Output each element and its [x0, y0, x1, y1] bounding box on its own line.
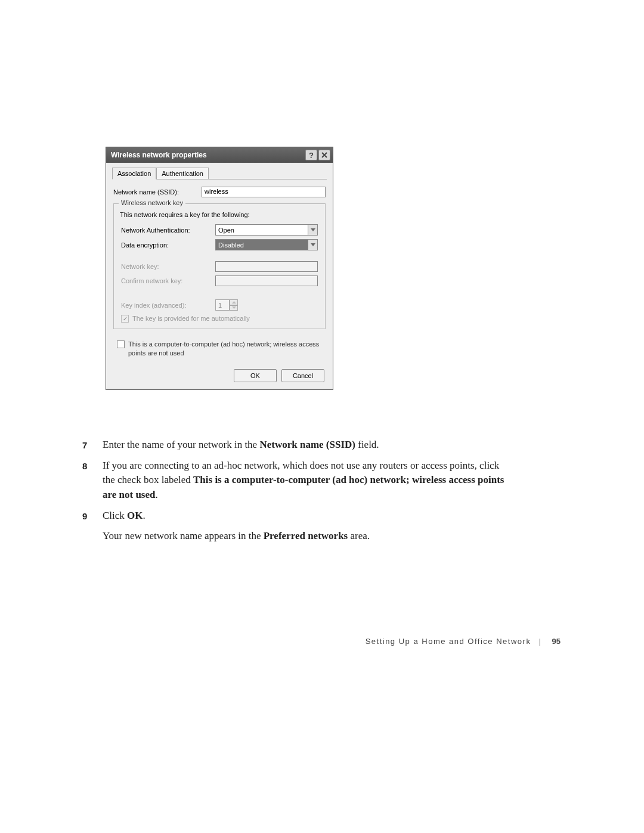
instruction-list: 7 Enter the name of your network in the … [82, 435, 512, 550]
step-text: Enter the name of your network in the Ne… [103, 438, 512, 453]
ssid-input[interactable]: wireless [202, 187, 326, 197]
step-continuation: Your new network name appears in the Pre… [103, 529, 512, 544]
fieldset-legend: Wireless network key [119, 199, 185, 206]
adhoc-checkbox[interactable] [117, 340, 125, 348]
auth-label: Network Authentication: [121, 227, 215, 234]
auto-key-checkbox [121, 315, 129, 323]
ssid-label: Network name (SSID): [113, 188, 202, 196]
encryption-select[interactable]: Disabled [215, 239, 308, 250]
wireless-properties-dialog: Wireless network properties ? Associatio… [106, 147, 333, 390]
tabstrip: Association Authentication [112, 168, 327, 179]
chevron-down-icon[interactable] [308, 239, 318, 250]
key-index-value: 1 [215, 299, 230, 311]
dialog-title: Wireless network properties [111, 151, 207, 159]
auto-key-label: The key is provided for me automatically [132, 314, 250, 323]
wireless-key-fieldset: Wireless network key This network requir… [113, 203, 326, 329]
tab-authentication[interactable]: Authentication [156, 168, 209, 179]
adhoc-label: This is a computer-to-computer (ad hoc) … [128, 340, 322, 357]
step-number: 8 [82, 459, 103, 503]
chevron-down-icon[interactable] [308, 224, 318, 236]
page-number: 95 [552, 637, 561, 646]
fieldset-hint: This network requires a key for the foll… [120, 211, 319, 218]
page-footer: Setting Up a Home and Office Network | 9… [0, 637, 644, 646]
step-text: Click OK. [103, 509, 512, 524]
step-number: 9 [82, 509, 103, 524]
ok-button[interactable]: OK [234, 369, 277, 382]
titlebar: Wireless network properties ? [106, 147, 333, 163]
auth-select[interactable]: Open [215, 224, 308, 236]
key-index-spinner: 1 [215, 299, 238, 311]
network-key-input [215, 261, 318, 272]
key-index-label: Key index (advanced): [121, 302, 215, 309]
step-number: 7 [82, 438, 103, 453]
help-button[interactable]: ? [305, 150, 317, 160]
confirm-key-label: Confirm network key: [121, 277, 215, 284]
tab-association[interactable]: Association [112, 168, 156, 179]
close-button[interactable] [318, 150, 330, 160]
spinner-up-icon [230, 299, 238, 305]
footer-section: Setting Up a Home and Office Network [366, 637, 531, 646]
network-key-label: Network key: [121, 263, 215, 270]
confirm-key-input [215, 275, 318, 286]
spinner-down-icon [230, 305, 238, 311]
encryption-label: Data encryption: [121, 241, 215, 249]
cancel-button[interactable]: Cancel [281, 369, 324, 382]
step-text: If you are connecting to an ad-hoc netwo… [103, 459, 512, 503]
